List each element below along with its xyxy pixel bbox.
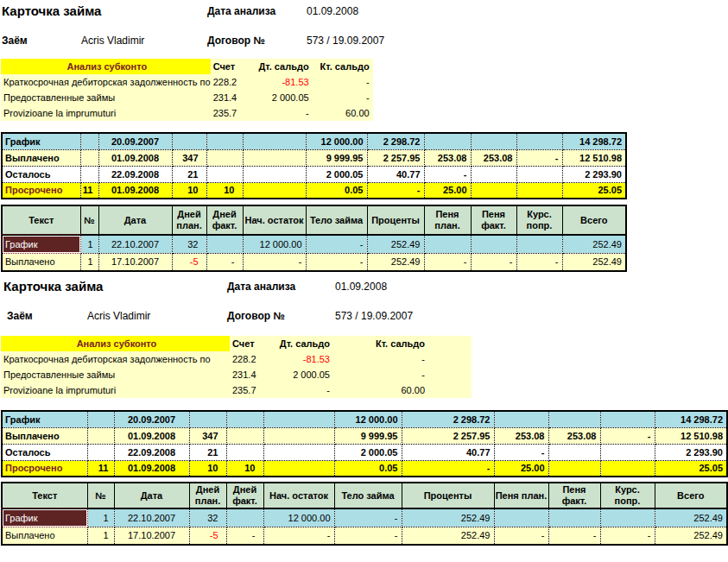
table-cell[interactable] bbox=[424, 235, 471, 253]
table-cell[interactable]: 252.49 bbox=[367, 253, 424, 271]
table-cell[interactable]: 40.77 bbox=[367, 166, 424, 182]
table-cell[interactable]: 253.08 bbox=[424, 149, 471, 166]
table-cell[interactable]: 14 298.72 bbox=[655, 411, 727, 427]
table-cell[interactable] bbox=[226, 508, 263, 527]
table-cell[interactable]: 2 000.05 bbox=[254, 90, 313, 105]
table-cell[interactable] bbox=[471, 235, 516, 253]
table-cell[interactable]: 01.09.2008 bbox=[114, 427, 189, 444]
row-label-cell[interactable]: Краткосрочная дебиторская задолженность … bbox=[1, 74, 211, 90]
table-cell[interactable]: 252.49 bbox=[655, 508, 727, 527]
table-cell[interactable] bbox=[87, 444, 114, 460]
table-cell[interactable]: 17.10.2007 bbox=[98, 253, 172, 271]
table-cell[interactable] bbox=[600, 411, 655, 427]
row-label-cell[interactable]: График bbox=[2, 508, 87, 527]
table-cell[interactable] bbox=[516, 235, 562, 253]
table-cell[interactable] bbox=[80, 133, 98, 149]
table-cell[interactable]: 12 510.98 bbox=[655, 427, 727, 444]
table-cell[interactable]: 253.08 bbox=[471, 149, 516, 166]
table-cell[interactable] bbox=[600, 508, 655, 527]
table-cell[interactable]: 21 bbox=[172, 166, 206, 182]
table-cell[interactable]: - bbox=[263, 527, 334, 545]
table-cell[interactable]: 01.09.2008 bbox=[114, 460, 189, 477]
table-cell[interactable]: 01.09.2008 bbox=[98, 149, 172, 166]
table-cell[interactable] bbox=[263, 427, 334, 444]
table-cell[interactable]: 1 bbox=[87, 508, 114, 527]
table-cell[interactable]: - bbox=[516, 149, 562, 166]
row-label-cell[interactable]: Просрочено bbox=[2, 182, 80, 199]
table-cell[interactable]: 32 bbox=[172, 235, 206, 253]
table-cell[interactable]: 25.05 bbox=[562, 182, 626, 199]
table-cell[interactable]: 252.49 bbox=[562, 253, 626, 271]
table-cell[interactable] bbox=[548, 508, 600, 527]
table-cell[interactable]: 235.7 bbox=[230, 382, 269, 398]
table-cell[interactable]: 231.4 bbox=[230, 367, 269, 382]
table-cell[interactable] bbox=[172, 133, 206, 149]
table-cell[interactable] bbox=[243, 182, 306, 199]
table-cell[interactable]: 17.10.2007 bbox=[114, 527, 189, 545]
table-cell[interactable]: -5 bbox=[189, 527, 226, 545]
table-cell[interactable] bbox=[226, 444, 263, 460]
row-label-cell[interactable]: Осталось bbox=[2, 166, 80, 182]
row-label-cell[interactable]: Выплачено bbox=[2, 253, 80, 271]
table-cell[interactable]: 40.77 bbox=[402, 444, 494, 460]
table-cell[interactable]: - bbox=[333, 351, 472, 367]
table-cell[interactable]: 2 000.05 bbox=[269, 367, 333, 382]
table-cell[interactable] bbox=[600, 444, 655, 460]
table-cell[interactable]: 22.09.2008 bbox=[98, 166, 172, 182]
table-cell[interactable]: 2 293.90 bbox=[562, 166, 626, 182]
table-cell[interactable]: 0.05 bbox=[334, 460, 402, 477]
table-cell[interactable]: 235.7 bbox=[211, 105, 254, 121]
table-cell[interactable] bbox=[471, 182, 516, 199]
table-cell[interactable] bbox=[243, 149, 306, 166]
table-cell[interactable] bbox=[516, 182, 562, 199]
table-cell[interactable]: - bbox=[424, 253, 471, 271]
row-label-cell[interactable]: Предоставленные займы bbox=[1, 90, 211, 105]
table-cell[interactable]: 60.00 bbox=[313, 105, 373, 121]
table-cell[interactable]: 252.49 bbox=[402, 508, 494, 527]
table-cell[interactable] bbox=[263, 411, 334, 427]
table-cell[interactable] bbox=[516, 133, 562, 149]
table-cell[interactable]: 252.49 bbox=[655, 527, 727, 545]
table-cell[interactable]: 10 bbox=[206, 182, 243, 199]
table-cell[interactable] bbox=[548, 460, 600, 477]
row-label-cell[interactable]: График bbox=[2, 133, 80, 149]
table-cell[interactable]: 01.09.2008 bbox=[98, 182, 172, 199]
table-cell[interactable] bbox=[516, 166, 562, 182]
table-cell[interactable]: 12 000.00 bbox=[306, 133, 367, 149]
table-cell[interactable]: 25.00 bbox=[494, 460, 548, 477]
table-cell[interactable]: 12 510.98 bbox=[562, 149, 626, 166]
table-cell[interactable]: 2 000.05 bbox=[306, 166, 367, 182]
table-cell[interactable]: 12 000.00 bbox=[263, 508, 334, 527]
table-cell[interactable] bbox=[263, 460, 334, 477]
table-cell[interactable]: -81.53 bbox=[269, 351, 333, 367]
table-cell[interactable]: - bbox=[226, 527, 263, 545]
table-cell[interactable] bbox=[226, 427, 263, 444]
table-cell[interactable]: -5 bbox=[172, 253, 206, 271]
table-cell[interactable]: 0.05 bbox=[306, 182, 367, 199]
table-cell[interactable] bbox=[471, 133, 516, 149]
table-cell[interactable]: - bbox=[313, 74, 373, 90]
table-cell[interactable] bbox=[494, 411, 548, 427]
table-cell[interactable]: - bbox=[206, 253, 243, 271]
row-label-cell[interactable]: Предоставленные займы bbox=[1, 367, 230, 382]
table-cell[interactable]: - bbox=[306, 235, 367, 253]
table-cell[interactable]: 32 bbox=[189, 508, 226, 527]
table-cell[interactable]: 22.10.2007 bbox=[114, 508, 189, 527]
table-cell[interactable] bbox=[206, 166, 243, 182]
table-cell[interactable] bbox=[471, 166, 516, 182]
table-cell[interactable]: - bbox=[334, 508, 402, 527]
table-cell[interactable]: 21 bbox=[189, 444, 226, 460]
row-label-cell[interactable]: Краткосрочная дебиторская задолженность … bbox=[1, 351, 230, 367]
table-cell[interactable]: 347 bbox=[172, 149, 206, 166]
table-cell[interactable]: 22.10.2007 bbox=[98, 235, 172, 253]
table-cell[interactable]: - bbox=[548, 527, 600, 545]
table-cell[interactable]: 252.49 bbox=[402, 527, 494, 545]
table-cell[interactable]: 14 298.72 bbox=[562, 133, 626, 149]
table-cell[interactable]: - bbox=[306, 253, 367, 271]
table-cell[interactable]: - bbox=[600, 527, 655, 545]
table-cell[interactable]: 60.00 bbox=[333, 382, 472, 398]
table-cell[interactable] bbox=[80, 149, 98, 166]
table-cell[interactable]: 10 bbox=[189, 460, 226, 477]
row-label-cell[interactable]: Provizioane la imprumuturi bbox=[1, 382, 230, 398]
table-cell[interactable] bbox=[548, 411, 600, 427]
